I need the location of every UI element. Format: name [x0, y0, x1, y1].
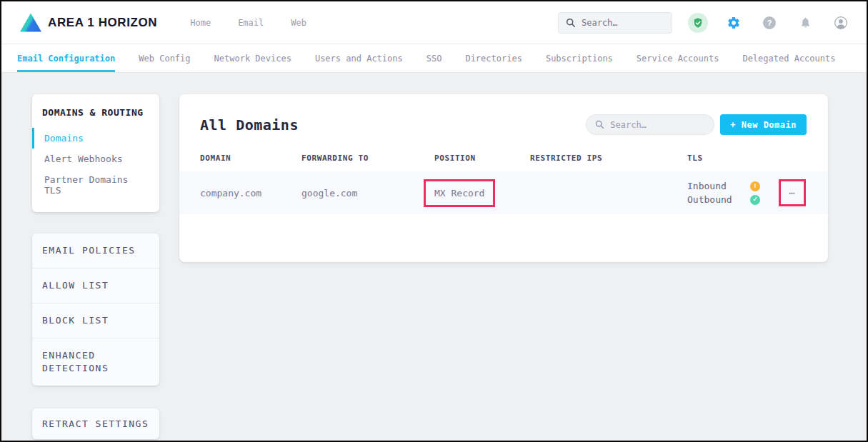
- sidebar-section-title: DOMAINS & ROUTING: [32, 107, 159, 118]
- area1-triangle-logo-icon: [20, 14, 41, 32]
- nav-item-web[interactable]: Web: [291, 18, 306, 28]
- content-area: DOMAINS & ROUTING Domains Alert Webhooks…: [1, 73, 867, 439]
- notifications-button[interactable]: [795, 13, 815, 33]
- retract-settings-card[interactable]: RETRACT SETTINGS: [32, 408, 159, 439]
- nav-item-home[interactable]: Home: [190, 18, 211, 28]
- help-icon: ?: [763, 16, 776, 29]
- sidebar-item-partner-domains-tls[interactable]: Partner Domains TLS: [32, 169, 159, 201]
- panel-header: All Domains + New Domain: [179, 94, 828, 135]
- help-button[interactable]: ?: [759, 13, 779, 33]
- accordion-enhanced-detections[interactable]: ENHANCED DETECTIONS: [32, 338, 159, 386]
- tls-inbound-line: Inbound !: [687, 179, 779, 193]
- row-actions-annotation-box: ⋯: [779, 179, 806, 206]
- tab-email-configuration[interactable]: Email Configuration: [17, 44, 115, 72]
- tab-network-devices[interactable]: Network Devices: [214, 44, 291, 72]
- tls-cell: Inbound ! Outbound ✓: [687, 179, 779, 206]
- panel-actions: + New Domain: [586, 114, 807, 135]
- search-icon: [566, 18, 576, 28]
- column-header-tls: TLS: [687, 154, 779, 163]
- app-window: AREA 1 HORIZON Home Email Web: [0, 0, 868, 442]
- sidebar: DOMAINS & ROUTING Domains Alert Webhooks…: [32, 94, 159, 439]
- actions-cell: ⋯: [779, 179, 807, 206]
- domains-search-input[interactable]: [610, 120, 703, 130]
- tab-directories[interactable]: Directories: [465, 44, 522, 72]
- tls-outbound-line: Outbound ✓: [687, 193, 779, 206]
- row-actions-ellipsis-button[interactable]: ⋯: [789, 188, 796, 199]
- brand-name: AREA 1 HORIZON: [48, 16, 157, 30]
- global-search[interactable]: [558, 12, 672, 34]
- notifications-bell-icon: [799, 16, 812, 29]
- account-icon: [834, 16, 848, 30]
- column-header-position: POSITION: [434, 154, 530, 163]
- sidebar-item-alert-webhooks[interactable]: Alert Webhooks: [32, 149, 159, 169]
- domain-cell: company.com: [200, 188, 301, 199]
- security-status-button[interactable]: [688, 13, 708, 33]
- policies-accordion: EMAIL POLICIES ALLOW LIST BLOCK LIST ENH…: [32, 233, 159, 386]
- tab-subscriptions[interactable]: Subscriptions: [546, 44, 613, 72]
- primary-nav: Home Email Web: [190, 18, 306, 28]
- accordion-allow-list[interactable]: ALLOW LIST: [32, 268, 159, 303]
- domains-routing-card: DOMAINS & ROUTING Domains Alert Webhooks…: [32, 94, 159, 212]
- column-header-forwarding-to: FORWARDING TO: [301, 154, 434, 163]
- settings-gear-icon: [727, 16, 741, 30]
- settings-button[interactable]: [724, 13, 744, 33]
- tls-outbound-label: Outbound: [687, 194, 750, 205]
- new-domain-button[interactable]: + New Domain: [720, 114, 807, 135]
- account-button[interactable]: [831, 13, 851, 33]
- tab-web-config[interactable]: Web Config: [139, 44, 190, 72]
- position-cell: MX Record: [434, 179, 530, 207]
- tls-outbound-check-icon: ✓: [750, 195, 760, 205]
- config-tabs: Email Configuration Web Config Network D…: [1, 44, 867, 73]
- page-title: All Domains: [200, 116, 299, 134]
- all-domains-panel: All Domains + New Domain DOMAIN FORWARDI…: [179, 94, 828, 262]
- table-header: DOMAIN FORWARDING TO POSITION RESTRICTED…: [179, 154, 828, 171]
- sidebar-item-domains[interactable]: Domains: [32, 128, 159, 149]
- tls-inbound-label: Inbound: [687, 181, 750, 191]
- tab-users-and-actions[interactable]: Users and Actions: [315, 44, 403, 72]
- table-row: company.com google.com MX Record Inbound…: [179, 171, 828, 214]
- domains-search[interactable]: [586, 114, 714, 135]
- global-search-input[interactable]: [582, 18, 660, 28]
- tab-sso[interactable]: SSO: [426, 44, 442, 72]
- nav-item-email[interactable]: Email: [238, 18, 264, 28]
- brand-logo[interactable]: AREA 1 HORIZON: [20, 14, 157, 32]
- accordion-block-list[interactable]: BLOCK LIST: [32, 303, 159, 338]
- tab-service-accounts[interactable]: Service Accounts: [637, 44, 719, 72]
- top-bar-right: ?: [558, 12, 851, 34]
- column-header-actions: [779, 154, 807, 163]
- column-header-restricted-ips: RESTRICTED IPS: [530, 154, 687, 163]
- tab-delegated-accounts[interactable]: Delegated Accounts: [742, 44, 835, 72]
- shield-check-icon: [692, 17, 704, 29]
- search-icon: [595, 120, 604, 129]
- top-bar: AREA 1 HORIZON Home Email Web: [1, 1, 867, 44]
- column-header-domain: DOMAIN: [200, 154, 301, 163]
- position-value: MX Record: [434, 188, 484, 199]
- accordion-email-policies[interactable]: EMAIL POLICIES: [32, 233, 159, 268]
- position-annotation-box: MX Record: [424, 179, 495, 207]
- tls-inbound-warning-icon: !: [750, 181, 760, 191]
- forwarding-to-cell: google.com: [301, 188, 434, 199]
